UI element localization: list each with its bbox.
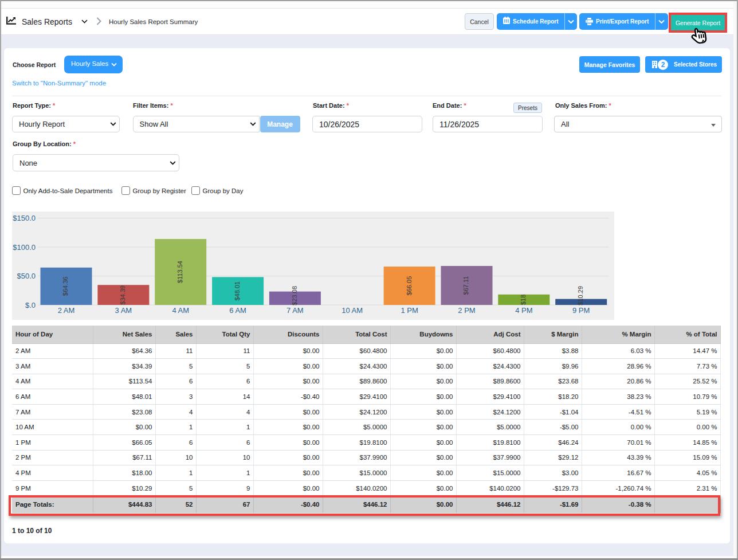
svg-text:$66.05: $66.05 (406, 276, 413, 296)
svg-text:$10.29: $10.29 (577, 286, 584, 306)
svg-text:$64.36: $64.36 (62, 277, 69, 296)
svg-text:2 PM: 2 PM (458, 306, 475, 315)
svg-text:$50.0: $50.0 (17, 272, 36, 280)
svg-text:6 AM: 6 AM (229, 306, 246, 315)
svg-text:$150.0: $150.0 (13, 214, 36, 222)
svg-text:$34.39: $34.39 (119, 285, 126, 305)
svg-text:$100.0: $100.0 (13, 243, 36, 252)
svg-text:$113.54: $113.54 (176, 261, 183, 283)
svg-text:$18: $18 (520, 295, 527, 305)
svg-text:10 AM: 10 AM (341, 306, 363, 315)
svg-text:$23.08: $23.08 (291, 286, 298, 306)
svg-text:1 PM: 1 PM (401, 306, 418, 315)
svg-text:4 PM: 4 PM (515, 306, 532, 315)
svg-text:7 AM: 7 AM (286, 306, 304, 315)
svg-text:4 AM: 4 AM (172, 306, 189, 315)
svg-text:$.0: $.0 (25, 301, 36, 310)
svg-text:9 PM: 9 PM (572, 306, 590, 315)
svg-text:2 AM: 2 AM (58, 306, 75, 315)
svg-text:$67.11: $67.11 (462, 276, 469, 295)
svg-text:3 AM: 3 AM (115, 306, 132, 315)
svg-text:$48.01: $48.01 (234, 281, 241, 301)
